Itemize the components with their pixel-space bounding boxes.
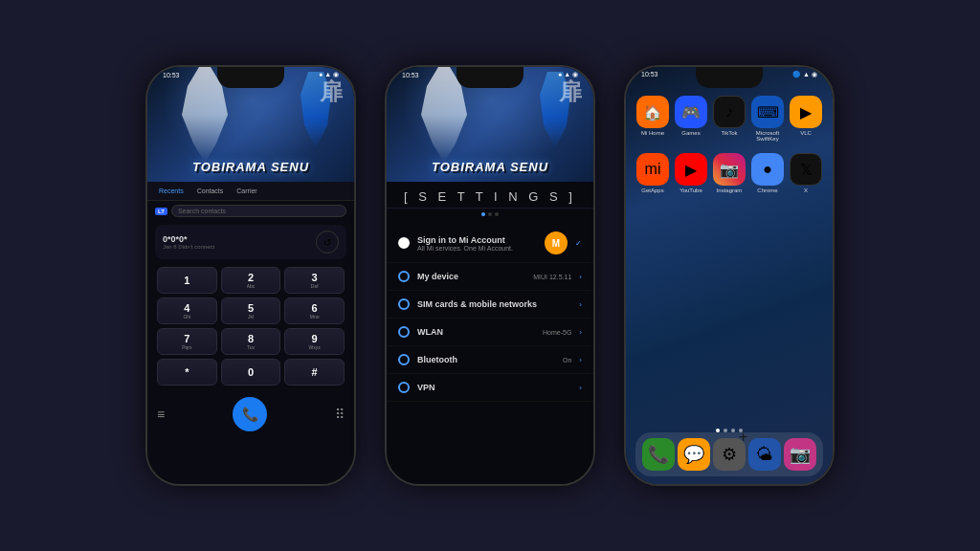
home-time: 10:53 bbox=[641, 71, 658, 78]
settings-item-mi-account[interactable]: Sign in to Mi Account All Mi services. O… bbox=[387, 224, 593, 263]
bluetooth-value: On bbox=[563, 357, 571, 364]
app-games[interactable]: 🎮 Games bbox=[673, 96, 709, 142]
time-2: 10:53 bbox=[402, 72, 419, 78]
anime-header-2: 扉 TOBIRAMA SENU 10:53 ● ▲ ◉ bbox=[387, 67, 593, 182]
app-tiktok[interactable]: ♪ TikTok bbox=[711, 96, 747, 142]
dial-key-6[interactable]: 6Mno bbox=[284, 298, 345, 324]
kanji-symbol-1: 扉 bbox=[320, 77, 343, 107]
app-getapps[interactable]: mi GetApps bbox=[635, 153, 671, 193]
settings-item-bluetooth[interactable]: Bluetooth On › bbox=[387, 346, 593, 374]
anime-title-1: TOBIRAMA SENU bbox=[192, 160, 309, 174]
dial-key-5[interactable]: 5Jkl bbox=[221, 298, 281, 324]
tab-carrier[interactable]: Carrier bbox=[233, 186, 260, 196]
dock-settings[interactable]: ⚙ bbox=[713, 438, 746, 471]
dialpad-row-3: 7Pqrs 8Tuv 9Wxyz bbox=[157, 328, 345, 355]
phone-home: 10:53 🔵 ▲ ◉ 🏠 Mi Home 🎮 Games ♪ TikTok bbox=[624, 65, 835, 486]
app-icon-swiftkey: ⌨ bbox=[751, 96, 784, 128]
search-row: LT Search contacts bbox=[147, 201, 354, 221]
settings-item-sim[interactable]: SIM cards & mobile networks › bbox=[387, 291, 593, 319]
dock-phone[interactable]: 📞 bbox=[642, 438, 675, 471]
app-vlc[interactable]: ▶ VLC bbox=[788, 96, 824, 142]
app-swiftkey[interactable]: ⌨ Microsoft SwiftKey bbox=[749, 96, 786, 142]
app-icon-getapps: mi bbox=[636, 153, 669, 186]
app-grid: 🏠 Mi Home 🎮 Games ♪ TikTok ⌨ Microsoft S… bbox=[634, 96, 825, 205]
dock-messages[interactable]: 💬 bbox=[678, 438, 710, 471]
radio-vpn bbox=[398, 382, 410, 393]
dial-key-7[interactable]: 7Pqrs bbox=[157, 328, 217, 355]
indicator-dot-1 bbox=[481, 212, 485, 216]
device-title: My device bbox=[417, 272, 525, 281]
status-bar-1: 10:53 ● ▲ ◉ bbox=[163, 71, 339, 78]
phone-settings: 扉 TOBIRAMA SENU 10:53 ● ▲ ◉ [ S E T T I … bbox=[385, 65, 595, 486]
recent-call: 0*0*0* Jan 8 Didn't connect ↺ bbox=[155, 225, 346, 259]
settings-item-vpn[interactable]: VPN › bbox=[387, 374, 593, 402]
lt-badge: LT bbox=[155, 208, 167, 215]
app-instagram[interactable]: 📷 Instagram bbox=[711, 153, 747, 193]
dial-key-star[interactable]: * bbox=[157, 359, 217, 386]
tab-recents[interactable]: Recents bbox=[155, 186, 188, 196]
anime-header-1: 扉 TOBIRAMA SENU 10:53 ● ▲ ◉ bbox=[147, 67, 354, 182]
dial-key-2[interactable]: 2Abc bbox=[221, 267, 281, 294]
menu-icon[interactable]: ≡ bbox=[157, 407, 165, 422]
tab-contacts[interactable]: Contacts bbox=[193, 186, 228, 196]
dock-camera[interactable]: 📷 bbox=[784, 438, 816, 471]
dial-key-hash[interactable]: # bbox=[284, 359, 345, 386]
app-label-getapps: GetApps bbox=[641, 187, 663, 193]
dial-key-4[interactable]: 4Ghi bbox=[157, 298, 217, 324]
call-info: 0*0*0* Jan 8 Didn't connect bbox=[163, 234, 214, 250]
app-label-games: Games bbox=[681, 130, 700, 136]
app-label-chrome: Chrome bbox=[757, 187, 777, 193]
app-icon-games: 🎮 bbox=[675, 96, 707, 128]
app-icon-chrome: ● bbox=[751, 153, 784, 186]
call-refresh-icon[interactable]: ↺ bbox=[316, 231, 339, 253]
mi-account-title: Sign in to Mi Account bbox=[417, 235, 537, 245]
call-button[interactable]: 📞 bbox=[233, 397, 267, 431]
wlan-value: Home-5G bbox=[543, 329, 571, 336]
dial-key-3[interactable]: 3Def bbox=[284, 267, 345, 294]
settings-item-device[interactable]: My device MIUI 12.5.11 › bbox=[387, 263, 593, 291]
settings-item-wlan[interactable]: WLAN Home-5G › bbox=[387, 319, 593, 346]
dialpad-row-2: 4Ghi 5Jkl 6Mno bbox=[157, 298, 345, 324]
wlan-title: WLAN bbox=[417, 327, 535, 337]
app-row-2: mi GetApps ▶ YouTube 📷 Instagram ● Chrom… bbox=[634, 153, 825, 193]
settings-content: [ S E T T I N G S ] Sign in to Mi Accoun… bbox=[387, 182, 593, 484]
bluetooth-content: Bluetooth bbox=[417, 355, 555, 364]
kanji-symbol-2: 扉 bbox=[559, 77, 582, 107]
app-label-tiktok: TikTok bbox=[721, 130, 737, 136]
mi-account-sub: All Mi services. One Mi Account. bbox=[417, 245, 537, 252]
app-label-mi-home: Mi Home bbox=[641, 130, 664, 136]
arrow-vpn: › bbox=[579, 384, 582, 392]
time-1: 10:53 bbox=[163, 72, 180, 78]
dial-key-9[interactable]: 9Wxyz bbox=[284, 328, 345, 355]
app-youtube[interactable]: ▶ YouTube bbox=[673, 153, 709, 193]
home-status-bar: 10:53 🔵 ▲ ◉ bbox=[641, 71, 817, 78]
arrow-device: › bbox=[579, 273, 582, 281]
dial-key-1[interactable]: 1 bbox=[157, 267, 217, 294]
dialpad-bottom: ≡ 📞 ⠿ bbox=[147, 393, 354, 435]
app-row-1: 🏠 Mi Home 🎮 Games ♪ TikTok ⌨ Microsoft S… bbox=[634, 96, 825, 142]
app-label-swiftkey: Microsoft SwiftKey bbox=[749, 130, 786, 142]
mi-account-content: Sign in to Mi Account All Mi services. O… bbox=[417, 235, 537, 252]
dock-weather[interactable]: 🌤 bbox=[748, 438, 781, 471]
arrow-mi-account: ✓ bbox=[575, 239, 582, 248]
app-icon-youtube: ▶ bbox=[675, 153, 707, 186]
app-mi-home[interactable]: 🏠 Mi Home bbox=[635, 96, 671, 142]
dialpad: 1 2Abc 3Def 4Ghi 5Jkl 6Mno 7Pqrs 8Tuv 9W… bbox=[147, 263, 354, 393]
app-x[interactable]: 𝕏 X bbox=[788, 153, 824, 193]
wlan-content: WLAN bbox=[417, 327, 535, 337]
dock: 📞 💬 ⚙ 🌤 📷 bbox=[635, 432, 823, 476]
status-icons-2: ● ▲ ◉ bbox=[558, 71, 578, 78]
app-icon-tiktok: ♪ bbox=[713, 96, 746, 128]
app-icon-x: 𝕏 bbox=[790, 153, 822, 186]
dial-key-0[interactable]: 0 bbox=[221, 359, 281, 386]
dialer-content: Recents Contacts Carrier LT Search conta… bbox=[147, 182, 354, 484]
search-input[interactable]: Search contacts bbox=[171, 205, 346, 217]
grid-icon[interactable]: ⠿ bbox=[335, 407, 345, 422]
indicator-dot-2 bbox=[488, 212, 492, 216]
radio-sim bbox=[398, 298, 410, 310]
app-icon-vlc: ▶ bbox=[790, 96, 822, 128]
app-label-youtube: YouTube bbox=[679, 187, 702, 193]
app-chrome[interactable]: ● Chrome bbox=[749, 153, 786, 193]
dial-key-8[interactable]: 8Tuv bbox=[221, 328, 281, 355]
vpn-title: VPN bbox=[417, 383, 571, 392]
